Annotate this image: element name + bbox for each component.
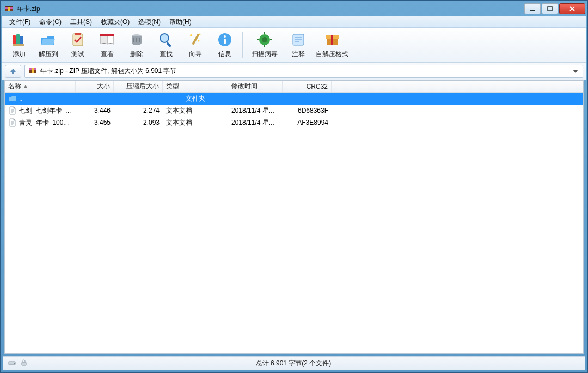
toolbar-info[interactable]: 信息 (211, 30, 239, 60)
menu-tools[interactable]: 工具(S) (66, 16, 96, 28)
books-icon (10, 31, 28, 48)
text-file-icon (8, 106, 17, 115)
col-type[interactable]: 类型 (163, 81, 228, 92)
parent-type: 文件夹 (163, 94, 228, 103)
parent-folder-row[interactable]: .. 文件夹 (5, 93, 583, 105)
chevron-down-icon (573, 70, 578, 73)
file-type: 文本文档 (163, 118, 228, 127)
svg-rect-4 (530, 10, 535, 11)
file-name: 青灵_年卡_100... (19, 118, 69, 127)
text-file-icon (8, 118, 17, 127)
toolbar-info-label: 信息 (218, 50, 231, 59)
menu-commands[interactable]: 命令(C) (35, 16, 66, 28)
table-row[interactable]: 青灵_年卡_100... 3,455 2,093 文本文档 2018/11/4 … (5, 117, 583, 129)
winrar-icon (5, 4, 14, 13)
search-icon (157, 31, 175, 48)
toolbar-wizard-label: 向导 (189, 50, 202, 59)
toolbar-delete-label: 删除 (130, 50, 143, 59)
menu-help[interactable]: 帮助(H) (165, 16, 196, 28)
note-icon (290, 31, 307, 48)
svg-rect-38 (32, 68, 34, 73)
svg-rect-47 (22, 362, 26, 365)
file-rows: .. 文件夹 七剑_七剑年卡_... 3,446 2,274 文本文档 2018… (5, 93, 583, 353)
svg-point-18 (199, 33, 201, 35)
box-icon (323, 31, 341, 48)
trash-icon (128, 31, 145, 48)
svg-point-14 (160, 34, 169, 42)
arrow-up-icon (9, 68, 17, 75)
toolbar-extract-to[interactable]: 解压到 (34, 30, 63, 60)
col-crc[interactable]: CRC32 (283, 81, 332, 92)
file-size: 3,455 (76, 119, 114, 126)
toolbar-add[interactable]: 添加 (5, 30, 33, 60)
toolbar-find-label: 查找 (160, 50, 173, 59)
pathbar: 年卡.zip - ZIP 压缩文件, 解包大小为 6,901 字节 (2, 63, 586, 80)
sort-asc-icon (23, 83, 28, 90)
table-row[interactable]: 七剑_七剑年卡_... 3,446 2,274 文本文档 2018/11/4 星… (5, 105, 583, 117)
info-icon (216, 31, 234, 48)
svg-rect-12 (100, 34, 114, 36)
toolbar-comment[interactable]: 注释 (284, 30, 313, 60)
file-mtime: 2018/11/4 星... (228, 106, 283, 115)
toolbar-test[interactable]: 测试 (64, 30, 92, 60)
menu-file[interactable]: 文件(F) (5, 16, 35, 28)
toolbar-wizard[interactable]: 向导 (181, 30, 210, 60)
toolbar-find[interactable]: 查找 (152, 30, 180, 60)
svg-rect-16 (192, 33, 199, 45)
clipboard-check-icon (69, 31, 87, 48)
col-mtime[interactable]: 修改时间 (228, 81, 283, 92)
menubar: 文件(F) 命令(C) 工具(S) 收藏夹(O) 选项(N) 帮助(H) (2, 16, 586, 28)
titlebar[interactable]: 年卡.zip (2, 2, 586, 16)
parent-name: .. (19, 95, 23, 102)
file-crc: 6D68363F (283, 107, 332, 114)
toolbar-scan[interactable]: 扫描病毒 (246, 30, 283, 60)
toolbar-view[interactable]: 查看 (93, 30, 121, 60)
svg-rect-2 (8, 7, 10, 11)
col-packed[interactable]: 压缩后大小 (114, 81, 163, 92)
folder-icon (8, 94, 17, 103)
menu-favorites[interactable]: 收藏夹(O) (96, 16, 134, 28)
close-button[interactable] (559, 3, 585, 14)
toolbar-separator (242, 32, 243, 58)
svg-rect-9 (13, 44, 24, 46)
svg-point-19 (198, 40, 200, 41)
toolbar-view-label: 查看 (101, 50, 114, 59)
window-title: 年卡.zip (17, 4, 523, 14)
svg-rect-3 (5, 6, 13, 7)
lock-icon (20, 358, 28, 369)
svg-rect-35 (331, 35, 333, 45)
address-dropdown[interactable] (571, 65, 579, 77)
disk-icon (8, 358, 16, 369)
menu-options[interactable]: 选项(N) (134, 16, 165, 28)
archive-icon (28, 66, 37, 76)
svg-point-46 (14, 363, 15, 364)
window-controls (523, 3, 585, 14)
toolbar-extract-label: 解压到 (39, 50, 58, 59)
svg-rect-8 (20, 36, 23, 45)
svg-rect-7 (16, 34, 20, 45)
virus-scan-icon (256, 31, 273, 48)
maximize-button[interactable] (542, 3, 558, 14)
folder-open-icon (40, 31, 57, 48)
toolbar: 添加 解压到 测试 查看 删除 查找 向导 信息 (2, 28, 586, 63)
toolbar-delete[interactable]: 删除 (122, 30, 151, 60)
toolbar-sfx[interactable]: 自解压格式 (314, 30, 351, 60)
toolbar-sfx-label: 自解压格式 (316, 50, 348, 59)
toolbar-comment-label: 注释 (292, 50, 305, 59)
svg-point-24 (262, 37, 267, 42)
status-text: 总计 6,901 字节(2 个文件) (28, 359, 559, 368)
address-text: 年卡.zip - ZIP 压缩文件, 解包大小为 6,901 字节 (40, 66, 567, 76)
file-type: 文本文档 (163, 106, 228, 115)
file-packed: 2,093 (114, 119, 163, 126)
column-headers: 名称 大小 压缩后大小 类型 修改时间 CRC32 (5, 81, 583, 93)
up-one-level-button[interactable] (5, 65, 21, 78)
minimize-button[interactable] (524, 3, 541, 14)
svg-rect-11 (75, 33, 81, 35)
col-name[interactable]: 名称 (5, 81, 76, 92)
file-packed: 2,274 (114, 107, 163, 114)
toolbar-add-label: 添加 (13, 50, 26, 59)
address-field[interactable]: 年卡.zip - ZIP 压缩文件, 解包大小为 6,901 字节 (24, 65, 583, 78)
col-size[interactable]: 大小 (76, 81, 114, 92)
app-window: 年卡.zip 文件(F) 命令(C) 工具(S) 收藏夹(O) 选项(N) 帮助… (0, 0, 588, 373)
statusbar: 总计 6,901 字节(2 个文件) (3, 356, 585, 370)
